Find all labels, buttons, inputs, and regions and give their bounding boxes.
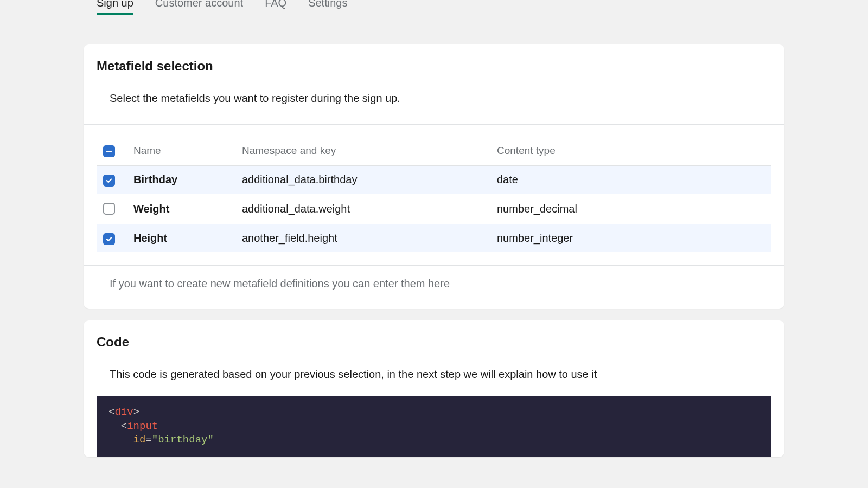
row-type: number_decimal bbox=[490, 194, 771, 224]
code-token: > bbox=[133, 406, 139, 418]
code-block: <div> <input id="birthday" bbox=[97, 396, 771, 457]
row-name: Weight bbox=[127, 194, 235, 224]
footer-note: If you want to create new metafield defi… bbox=[84, 266, 784, 290]
tabs-bar: Sign up Customer account FAQ Settings bbox=[84, 0, 784, 18]
metafield-selection-card: Metafield selection Select the metafield… bbox=[84, 44, 784, 309]
row-checkbox[interactable] bbox=[103, 233, 115, 245]
minus-icon bbox=[105, 147, 113, 155]
table-header-row: Name Namespace and key Content type bbox=[97, 138, 771, 166]
tab-sign-up[interactable]: Sign up bbox=[97, 0, 133, 15]
row-type: date bbox=[490, 166, 771, 194]
column-header-namespace: Namespace and key bbox=[235, 138, 490, 166]
row-namespace: another_field.height bbox=[235, 224, 490, 253]
code-card: Code This code is generated based on you… bbox=[84, 320, 784, 457]
select-all-checkbox[interactable] bbox=[103, 145, 115, 157]
svg-rect-0 bbox=[106, 151, 112, 152]
table-row[interactable]: Height another_field.height number_integ… bbox=[97, 224, 771, 253]
code-token: = bbox=[145, 434, 151, 446]
row-name: Birthday bbox=[127, 166, 235, 194]
tab-faq[interactable]: FAQ bbox=[265, 0, 286, 15]
code-token: " bbox=[152, 434, 158, 446]
code-token: " bbox=[207, 434, 213, 446]
code-token: div bbox=[114, 406, 133, 418]
code-description: This code is generated based on your pre… bbox=[84, 366, 784, 396]
code-token: input bbox=[127, 420, 158, 432]
card-subtitle: Select the metafields you want to regist… bbox=[84, 90, 784, 124]
code-token: birthday bbox=[158, 434, 207, 446]
row-namespace: additional_data.birthday bbox=[235, 166, 490, 194]
metafield-table: Name Namespace and key Content type Birt… bbox=[97, 138, 771, 252]
card-title: Metafield selection bbox=[84, 59, 784, 90]
table-row[interactable]: Weight additional_data.weight number_dec… bbox=[97, 194, 771, 224]
code-token: id bbox=[133, 434, 146, 446]
tab-customer-account[interactable]: Customer account bbox=[155, 0, 243, 15]
checkmark-icon bbox=[105, 177, 113, 184]
column-header-type: Content type bbox=[490, 138, 771, 166]
row-name: Height bbox=[127, 224, 235, 253]
table-row[interactable]: Birthday additional_data.birthday date bbox=[97, 166, 771, 194]
checkmark-icon bbox=[105, 235, 113, 243]
tab-settings[interactable]: Settings bbox=[308, 0, 347, 15]
row-checkbox[interactable] bbox=[103, 175, 115, 187]
column-header-name: Name bbox=[127, 138, 235, 166]
row-type: number_integer bbox=[490, 224, 771, 253]
code-token: < bbox=[121, 420, 127, 432]
code-title: Code bbox=[84, 335, 784, 366]
row-namespace: additional_data.weight bbox=[235, 194, 490, 224]
row-checkbox[interactable] bbox=[103, 203, 115, 215]
code-token: < bbox=[108, 406, 114, 418]
